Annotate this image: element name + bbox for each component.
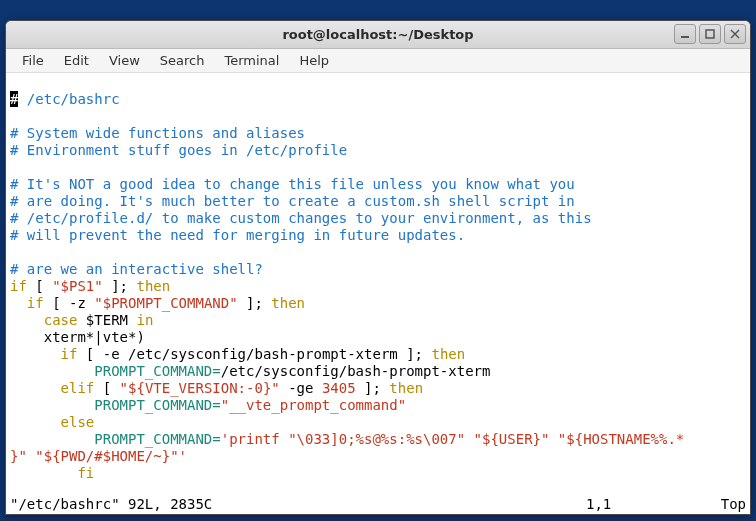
code-line: if [ -e /etc/sysconfig/bash-prompt-xterm… bbox=[10, 346, 465, 362]
close-icon bbox=[730, 29, 740, 39]
vim-status-line: "/etc/bashrc" 92L, 2835C 1,1 Top bbox=[10, 496, 746, 513]
code-line: case $TERM in bbox=[10, 312, 153, 328]
code-line: # Environment stuff goes in /etc/profile bbox=[10, 142, 347, 158]
code-line: fi bbox=[10, 465, 94, 481]
code-line: PROMPT_COMMAND='printf "\033]0;%s@%s:%s\… bbox=[10, 431, 684, 464]
code-line: else bbox=[10, 414, 94, 430]
maximize-icon bbox=[705, 29, 715, 39]
window-buttons bbox=[674, 24, 746, 44]
menu-edit[interactable]: Edit bbox=[54, 51, 99, 70]
maximize-button[interactable] bbox=[699, 24, 721, 44]
code-line: # It's NOT a good idea to change this fi… bbox=[10, 176, 575, 192]
menu-file[interactable]: File bbox=[12, 51, 54, 70]
menubar: File Edit View Search Terminal Help bbox=[6, 49, 750, 73]
svg-rect-1 bbox=[706, 30, 714, 38]
status-file: "/etc/bashrc" 92L, 2835C bbox=[10, 496, 586, 513]
code-line: # /etc/profile.d/ to make custom changes… bbox=[10, 210, 592, 226]
menu-search[interactable]: Search bbox=[150, 51, 215, 70]
code-line: # are doing. It's much better to create … bbox=[10, 193, 575, 209]
terminal-content[interactable]: # /etc/bashrc # System wide functions an… bbox=[6, 73, 750, 514]
menu-help[interactable]: Help bbox=[289, 51, 339, 70]
code-line: # are we an interactive shell? bbox=[10, 261, 263, 277]
code-line: xterm*|vte*) bbox=[10, 329, 145, 345]
code-line: if [ "$PS1" ]; then bbox=[10, 278, 170, 294]
terminal-window: root@localhost:~/Desktop File Edit View … bbox=[5, 20, 751, 515]
code-line: if [ -z "$PROMPT_COMMAND" ]; then bbox=[10, 295, 305, 311]
code-line: # /etc/bashrc bbox=[10, 91, 120, 107]
status-position: 1,1 bbox=[586, 496, 706, 513]
titlebar: root@localhost:~/Desktop bbox=[6, 21, 750, 49]
code-line: elif [ "${VTE_VERSION:-0}" -ge 3405 ]; t… bbox=[10, 380, 423, 396]
menu-terminal[interactable]: Terminal bbox=[214, 51, 289, 70]
minimize-button[interactable] bbox=[674, 24, 696, 44]
status-scroll: Top bbox=[706, 496, 746, 513]
menu-view[interactable]: View bbox=[99, 51, 150, 70]
code-line: # System wide functions and aliases bbox=[10, 125, 305, 141]
code-line: PROMPT_COMMAND="__vte_prompt_command" bbox=[10, 397, 406, 413]
close-button[interactable] bbox=[724, 24, 746, 44]
code-line: # will prevent the need for merging in f… bbox=[10, 227, 465, 243]
code-line: PROMPT_COMMAND=/etc/sysconfig/bash-promp… bbox=[10, 363, 490, 379]
window-title: root@localhost:~/Desktop bbox=[6, 27, 750, 42]
minimize-icon bbox=[680, 29, 690, 39]
